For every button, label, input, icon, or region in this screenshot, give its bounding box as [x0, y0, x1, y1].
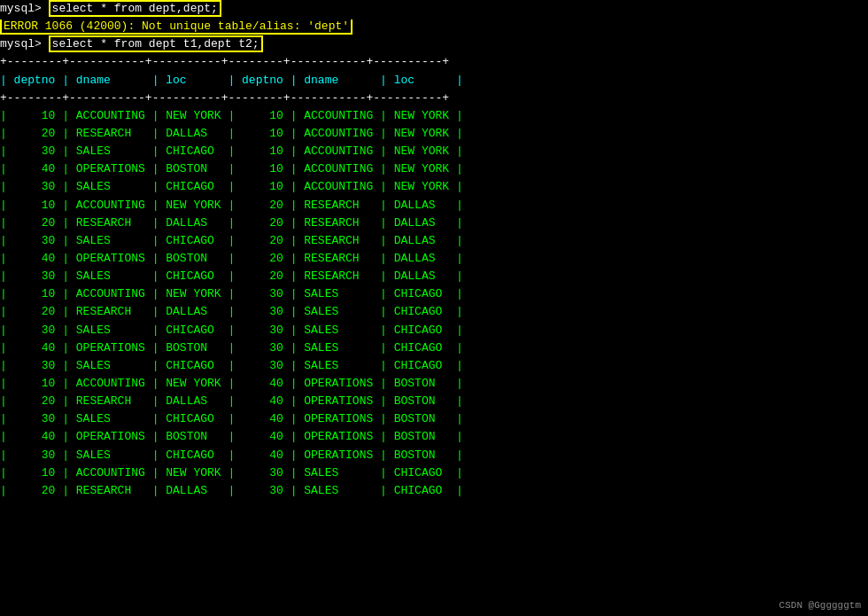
watermark: CSDN @Ggggggtm — [779, 600, 861, 611]
terminal-content: mysql> select * from dept,dept; ERROR 10… — [0, 0, 868, 500]
terminal-window: mysql> select * from dept,dept; ERROR 10… — [0, 0, 868, 616]
